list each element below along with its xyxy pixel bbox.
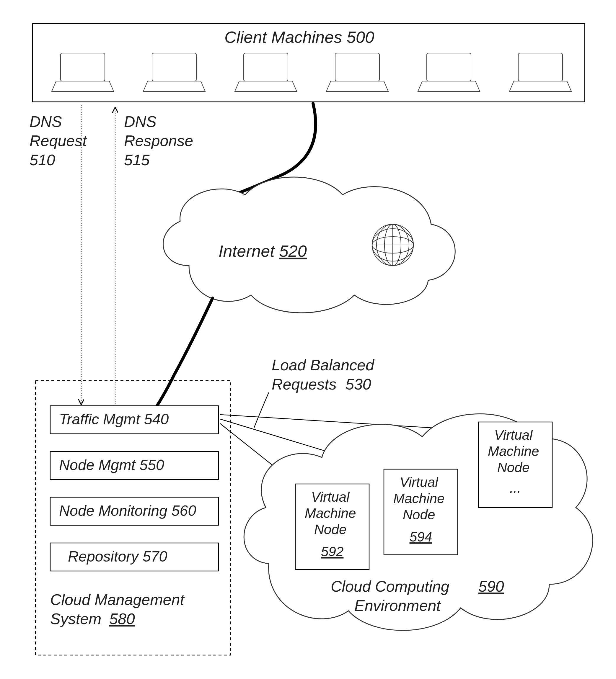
vm3-num: ... xyxy=(510,480,521,496)
dns-req-num: 510 xyxy=(30,151,55,168)
vm2-l3: Node xyxy=(403,507,435,522)
cms-num: 580 xyxy=(109,610,135,627)
repo-num: 570 xyxy=(143,548,167,565)
svg-text:Repository 570: Repository 570 xyxy=(68,548,167,565)
vm1-l1: Virtual xyxy=(311,489,350,505)
internet-num: 520 xyxy=(279,242,307,260)
internet-cloud: Internet 520 xyxy=(163,177,455,313)
client-machines-box: Client Machines 500 xyxy=(32,24,585,102)
cms-l1: Cloud Management xyxy=(50,591,185,608)
dns-resp-num: 515 xyxy=(124,151,150,168)
vm2-num: 594 xyxy=(409,529,432,544)
svg-text:Load Balanced
    Requests
   : Load Balanced Requests 530 xyxy=(272,356,378,393)
load-balanced-label: Load Balanced Requests 530 xyxy=(254,356,378,428)
vm3-l2: Machine xyxy=(488,444,539,459)
dns-req-l1: DNS xyxy=(30,113,62,130)
vm3-l3: Node xyxy=(497,460,530,475)
dns-resp-l2: Response xyxy=(124,132,193,149)
vm3-l1: Virtual xyxy=(494,427,533,443)
nodemgmt-num: 550 xyxy=(140,457,164,473)
cloud-mgmt-system: Traffic Mgmt 540 Node Mgmt 550 Node Moni… xyxy=(35,381,230,655)
svg-text:Cloud Management
    System
  : Cloud Management System 580 xyxy=(50,591,188,627)
svg-text:DNS
    Response
    515: DNS Response 515 xyxy=(124,113,197,168)
cloud-env: Virtual Machine Node 592 Virtual Machine… xyxy=(244,414,593,630)
vm1-l3: Node xyxy=(314,522,347,537)
cloudenv-l2: Environment xyxy=(355,597,441,614)
svg-text:Client Machines 500: Client Machines 500 xyxy=(224,28,374,46)
client-label: Client Machines xyxy=(224,28,342,46)
internet-label: Internet xyxy=(218,242,275,260)
internet-cms-link xyxy=(148,298,213,419)
vm1-num: 592 xyxy=(321,544,344,559)
dns-resp-l1: DNS xyxy=(124,113,156,130)
cloudenv-num: 590 xyxy=(479,578,504,595)
lbreq-l1: Load Balanced xyxy=(272,356,375,374)
lbreq-num: 530 xyxy=(345,376,371,393)
vm1-l2: Machine xyxy=(305,506,356,521)
vm2-l1: Virtual xyxy=(400,475,438,490)
globe-icon xyxy=(372,224,413,266)
svg-text:Internet  520: Internet 520 xyxy=(218,242,307,260)
nodemgmt-label: Node Mgmt xyxy=(59,457,136,473)
lbreq-l2: Requests xyxy=(272,376,337,393)
cms-l2: System xyxy=(50,610,101,627)
client-num: 500 xyxy=(347,28,374,46)
dns-request-arrow: DNS Request 510 xyxy=(30,105,91,404)
svg-text:DNS
    Request
    510: DNS Request 510 xyxy=(30,113,91,168)
repo-label: Repository xyxy=(68,548,140,565)
nodemon-label: Node Monitoring xyxy=(59,503,167,519)
vm-node-etc: Virtual Machine Node ... xyxy=(479,422,552,508)
vm-node-594: Virtual Machine Node 594 xyxy=(384,469,458,555)
traffic-label: Traffic Mgmt xyxy=(59,411,141,428)
dns-req-l2: Request xyxy=(30,132,87,149)
nodemon-num: 560 xyxy=(172,503,196,519)
svg-text:Traffic Mgmt 540: Traffic Mgmt 540 xyxy=(59,411,169,428)
svg-text:Node Mgmt 550: Node Mgmt 550 xyxy=(59,457,164,473)
traffic-num: 540 xyxy=(144,411,169,428)
vm-node-592: Virtual Machine Node 592 xyxy=(295,484,369,570)
vm2-l2: Machine xyxy=(393,491,445,506)
svg-text:Node Monitoring 560: Node Monitoring 560 xyxy=(59,503,196,519)
cloudenv-l1: Cloud Computing xyxy=(331,578,450,595)
